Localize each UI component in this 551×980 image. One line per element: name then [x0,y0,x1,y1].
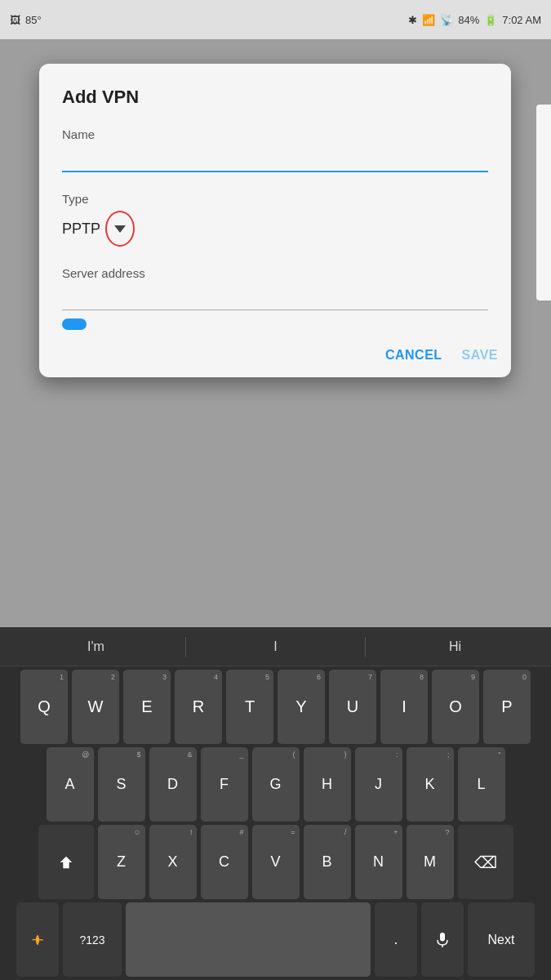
cancel-button[interactable]: CANCEL [385,348,442,363]
key-row-bottom-letters: ☺Z !X #C =V /B +N ?M ⌫ [2,825,549,899]
numbers-key[interactable]: ?123 [63,902,122,977]
status-bar: 🖼 85° ✱ 📶 📡 84% 🔋 7:02 AM [0,0,551,39]
key-w[interactable]: 2W [72,670,119,744]
key-n-sub: + [393,828,398,836]
key-x-sub: ! [190,828,193,836]
dropdown-arrow-icon [114,225,126,233]
key-j-sub: : [396,751,398,759]
key-i[interactable]: 8I [380,670,428,744]
key-b[interactable]: /B [304,825,351,899]
key-k-sub: ; [447,751,450,759]
key-q-sub: 1 [60,673,64,681]
name-label: Name [62,127,488,141]
suggestion-hi[interactable]: Hi [366,639,544,654]
period-key[interactable]: . [375,902,417,977]
svg-rect-0 [440,933,445,942]
dialog-content: Add VPN Name Type PPTP Server address [39,64,511,333]
key-m[interactable]: ?M [407,825,454,899]
key-a[interactable]: @A [47,747,94,822]
dialog-title: Add VPN [62,87,488,108]
type-dropdown[interactable]: PPTP [62,211,488,247]
key-m-sub: ? [445,828,449,836]
suggestion-im[interactable]: I'm [7,639,185,654]
backspace-key[interactable]: ⌫ [458,825,513,899]
next-key[interactable]: Next [468,902,535,977]
key-u-sub: 7 [368,673,372,681]
key-n[interactable]: +N [355,825,402,899]
mic-icon [435,931,450,949]
key-c[interactable]: #C [201,825,248,899]
key-b-sub: / [344,828,347,836]
wifi-icon: 📶 [422,14,435,26]
key-g[interactable]: (G [252,747,300,822]
key-z[interactable]: ☺Z [98,825,145,899]
scroll-hint [62,310,488,333]
name-field-wrapper: Name [62,127,488,172]
key-k[interactable]: ;K [407,747,454,822]
key-d[interactable]: &D [149,747,197,822]
battery-icon: 🔋 [484,14,497,26]
key-s[interactable]: $S [98,747,145,822]
suggestions-bar: I'm I Hi [0,627,551,666]
screen-background: Add VPN Name Type PPTP Server address [0,39,551,627]
keyboard-rows: 1Q 2W 3E 4R 5T 6Y 7U 8I 9O 0P @A $S &D _… [0,666,551,980]
key-d-sub: & [187,751,192,759]
dialog-actions: CANCEL SAVE [39,333,511,377]
key-r-sub: 4 [214,673,218,681]
key-row-middle: @A $S &D _F (G )H :J ;K "L [2,747,549,822]
keyboard-area: I'm I Hi 1Q 2W 3E 4R 5T 6Y 7U 8I 9O 0P @… [0,627,551,980]
scroll-indicator [62,318,87,330]
space-key[interactable] [126,902,371,977]
key-x[interactable]: !X [149,825,197,899]
key-row-function: ?123 . Next [2,902,549,977]
key-w-sub: 2 [111,673,115,681]
key-a-sub: @ [82,751,89,759]
key-q[interactable]: 1Q [20,670,68,744]
server-address-input[interactable] [62,285,488,310]
key-z-sub: ☺ [133,828,140,836]
suggestion-i[interactable]: I [186,639,365,654]
server-input-wrapper [62,285,488,310]
time: 7:02 AM [502,14,541,26]
key-row-top: 1Q 2W 3E 4R 5T 6Y 7U 8I 9O 0P [2,670,549,744]
key-e[interactable]: 3E [123,670,171,744]
key-o-sub: 9 [471,673,475,681]
temperature: 85° [25,14,42,26]
type-section: Type PPTP [62,192,488,247]
key-y[interactable]: 6Y [278,670,325,744]
type-value: PPTP [62,220,100,238]
add-vpn-dialog: Add VPN Name Type PPTP Server address [39,64,511,377]
key-j[interactable]: :J [355,747,402,822]
status-right: ✱ 📶 📡 84% 🔋 7:02 AM [408,14,541,26]
name-input[interactable] [62,146,488,172]
key-s-sub: $ [136,751,140,759]
shift-icon [57,853,75,871]
key-t-sub: 5 [265,673,269,681]
key-l-sub: " [498,751,500,759]
key-f-sub: _ [239,751,243,759]
key-t[interactable]: 5T [226,670,273,744]
emoji-key[interactable] [16,902,59,977]
key-g-sub: ( [293,751,295,759]
key-u[interactable]: 7U [329,670,376,744]
server-address-label: Server address [62,266,488,280]
key-f[interactable]: _F [201,747,248,822]
shift-key[interactable] [38,825,94,899]
save-button[interactable]: SAVE [462,348,498,363]
server-address-section: Server address [62,266,488,310]
key-v[interactable]: =V [252,825,300,899]
key-r[interactable]: 4R [175,670,222,744]
battery-text: 84% [458,14,479,26]
backspace-icon: ⌫ [474,853,497,872]
key-l[interactable]: "L [458,747,505,822]
key-v-sub: = [291,828,295,836]
bluetooth-icon: ✱ [408,14,417,26]
type-label: Type [62,192,488,206]
mic-key[interactable] [421,902,464,977]
key-p-sub: 0 [522,673,527,681]
globe-icon [29,933,46,947]
key-o[interactable]: 9O [432,670,479,744]
key-h[interactable]: )H [304,747,351,822]
status-left: 🖼 85° [10,14,42,26]
key-p[interactable]: 0P [483,670,531,744]
